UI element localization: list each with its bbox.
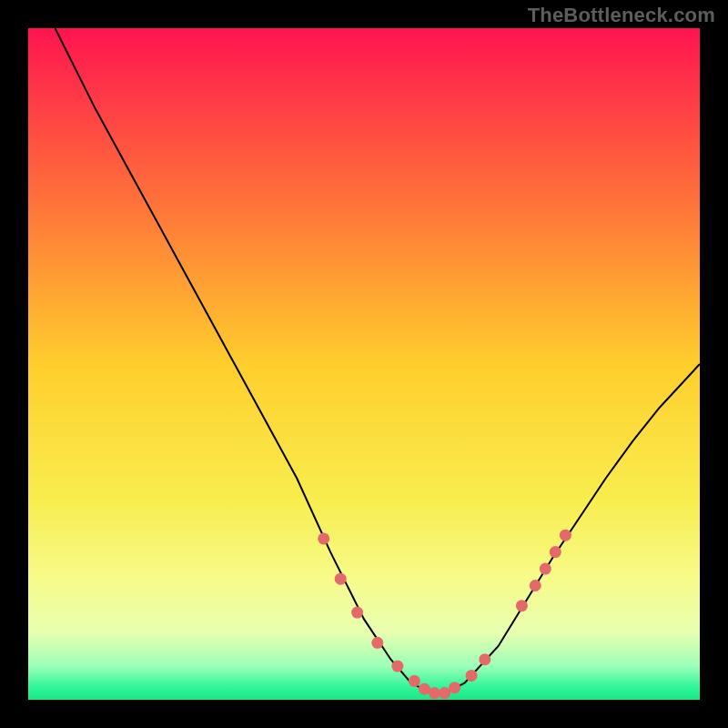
- highlight-dot: [318, 532, 329, 544]
- highlight-dot: [560, 530, 571, 541]
- highlight-dot: [479, 653, 490, 665]
- highlight-dot: [371, 637, 383, 649]
- highlight-dot: [540, 563, 551, 575]
- highlight-dot: [391, 661, 403, 672]
- highlight-dot: [516, 600, 528, 612]
- highlight-dot: [429, 687, 440, 699]
- highlight-dot: [419, 683, 430, 695]
- highlight-dot: [409, 675, 420, 687]
- plot-area: [28, 28, 700, 700]
- highlight-dot: [530, 580, 541, 592]
- highlight-dot: [466, 670, 478, 682]
- chart-frame: TheBottleneck.com: [0, 0, 728, 728]
- highlight-dot: [550, 546, 561, 558]
- chart-svg: [28, 28, 700, 700]
- highlight-dot: [351, 607, 363, 619]
- highlight-dot: [439, 687, 450, 699]
- gradient-background: [28, 28, 700, 700]
- highlight-dot: [335, 573, 347, 585]
- watermark-text: TheBottleneck.com: [528, 4, 715, 27]
- highlight-dot: [449, 682, 460, 693]
